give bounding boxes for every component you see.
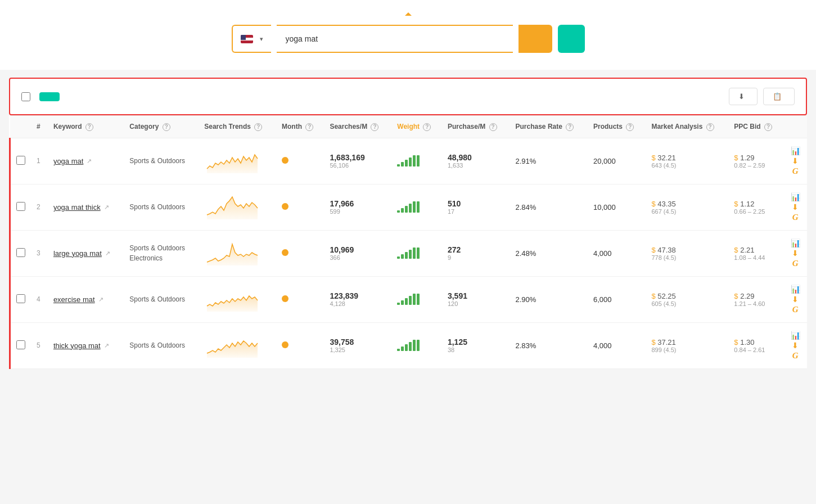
toolbar-left [21, 92, 69, 101]
external-link-icon[interactable]: ↗ [87, 158, 92, 165]
action-icons-cell: 📊 ⬇ G [783, 184, 807, 230]
col-search-trends: Search Trends ? [199, 116, 276, 138]
download-icon[interactable]: ⬇ [792, 249, 799, 257]
download-icon: ⬇ [738, 92, 745, 101]
keyword-help-icon[interactable]: ? [85, 123, 93, 131]
row-checkbox[interactable] [16, 340, 25, 349]
download-icon[interactable]: ⬇ [792, 203, 799, 211]
searches-main: 123,839 [330, 291, 386, 300]
products-help-icon[interactable]: ? [626, 123, 634, 131]
external-link-icon[interactable]: ↗ [98, 296, 103, 303]
purchase-sub: 120 [448, 300, 504, 307]
sparkline-cell [199, 276, 276, 322]
search-input[interactable] [277, 25, 513, 53]
external-link-icon[interactable]: ↗ [104, 342, 109, 349]
weight-bars [397, 294, 436, 305]
purchase-rate-help-icon[interactable]: ? [566, 123, 574, 131]
ppc-sub: 0.82 – 2.59 [734, 162, 778, 169]
master-checkbox[interactable] [21, 92, 30, 101]
weight-bars [397, 248, 436, 259]
weight-help-icon[interactable]: ? [423, 123, 431, 131]
bar-chart-icon[interactable]: 📊 [791, 147, 800, 155]
market-main: $ 32.21 [651, 154, 723, 162]
bar-chart-icon[interactable]: 📊 [791, 193, 800, 201]
country-selector[interactable]: ▾ [232, 25, 271, 53]
purchase-main: 3,591 [448, 291, 504, 300]
export-excel-button[interactable]: ⬇ [729, 88, 758, 105]
searches-help-icon[interactable]: ? [371, 123, 378, 131]
purchase-sub: 17 [448, 208, 504, 215]
ppc-main: $ 1.30 [734, 338, 778, 346]
google-icon[interactable]: G [792, 305, 799, 314]
weight-cell [391, 138, 442, 184]
row-checkbox-cell [10, 276, 31, 322]
download-icon[interactable]: ⬇ [792, 341, 799, 349]
weight-bar [401, 346, 404, 351]
searches-cell: 39,758 1,325 [324, 322, 391, 368]
searches-main: 10,969 [330, 245, 386, 254]
search-trends-help-icon[interactable]: ? [254, 123, 262, 131]
weight-bars [397, 155, 436, 166]
bar-chart-icon[interactable]: 📊 [791, 239, 800, 247]
month-help-icon[interactable]: ? [305, 123, 313, 131]
month-dot [282, 157, 288, 164]
purchase-main: 272 [448, 245, 504, 254]
row-checkbox[interactable] [16, 202, 25, 211]
tab-underline-indicator [405, 11, 412, 16]
google-icon[interactable]: G [792, 259, 799, 268]
products-cell: 4,000 [588, 322, 646, 368]
month-dot [282, 203, 288, 210]
google-icon[interactable]: G [792, 352, 799, 360]
purchase-cell: 1,125 38 [442, 322, 510, 368]
keyword-link[interactable]: exercise mat [53, 295, 95, 304]
products-cell: 10,000 [588, 184, 646, 230]
download-icon[interactable]: ⬇ [792, 295, 799, 303]
keyword-cell: large yoga mat ↗ [48, 230, 124, 276]
market-help-icon[interactable]: ? [706, 123, 714, 131]
searches-sub: 366 [330, 254, 386, 261]
market-analysis-cell: $ 52.25 605 (4.5) [646, 276, 728, 322]
keyword-link[interactable]: thick yoga mat [53, 341, 101, 350]
col-ppc-bid: PPC Bid ? [728, 116, 783, 138]
keyword-cell: yoga mat thick ↗ [48, 184, 124, 230]
google-icon[interactable]: G [792, 167, 799, 176]
external-link-icon[interactable]: ↗ [105, 250, 110, 257]
category-cell: Sports & Outdoors [124, 276, 199, 322]
month-cell [276, 230, 324, 276]
month-cell [276, 138, 324, 184]
weight-bar [409, 158, 412, 166]
purchase-m-help-icon[interactable]: ? [489, 123, 497, 131]
weight-bar [405, 298, 408, 305]
table-row: 2 yoga mat thick ↗ Sports & Outdoors 17,… [10, 184, 808, 230]
keyword-link[interactable]: yoga mat thick [53, 203, 101, 212]
market-main: $ 47.38 [651, 246, 723, 254]
row-checkbox[interactable] [16, 248, 25, 257]
weight-bar [409, 342, 412, 351]
search-history-button[interactable] [558, 25, 585, 53]
bar-chart-icon[interactable]: 📊 [791, 285, 800, 293]
table-row: 4 exercise mat ↗ Sports & Outdoors 123,8… [10, 276, 808, 322]
add-keyword-button[interactable] [39, 92, 60, 101]
searches-cell: 17,966 599 [324, 184, 391, 230]
row-number: 4 [31, 276, 48, 322]
searches-sub: 56,106 [330, 162, 386, 169]
row-checkbox[interactable] [16, 156, 25, 165]
row-checkbox-cell [10, 322, 31, 368]
col-checkbox [10, 116, 31, 138]
purchase-cell: 510 17 [442, 184, 510, 230]
weight-bar [401, 208, 404, 213]
bar-chart-icon[interactable]: 📊 [791, 331, 800, 339]
row-checkbox[interactable] [16, 294, 25, 303]
ppc-help-icon[interactable]: ? [764, 123, 772, 131]
products-cell: 6,000 [588, 276, 646, 322]
keyword-link[interactable]: large yoga mat [53, 249, 102, 258]
external-link-icon[interactable]: ↗ [104, 204, 109, 211]
ppc-sub: 0.66 – 2.25 [734, 208, 778, 215]
google-icon[interactable]: G [792, 213, 799, 222]
download-icon[interactable]: ⬇ [792, 157, 799, 165]
keyword-link[interactable]: yoga mat [53, 157, 83, 165]
category-help-icon[interactable]: ? [163, 123, 170, 131]
search-now-button[interactable] [519, 25, 552, 53]
copy-clipboard-button[interactable]: 📋 [763, 88, 795, 105]
keyword-cell: thick yoga mat ↗ [48, 322, 124, 368]
